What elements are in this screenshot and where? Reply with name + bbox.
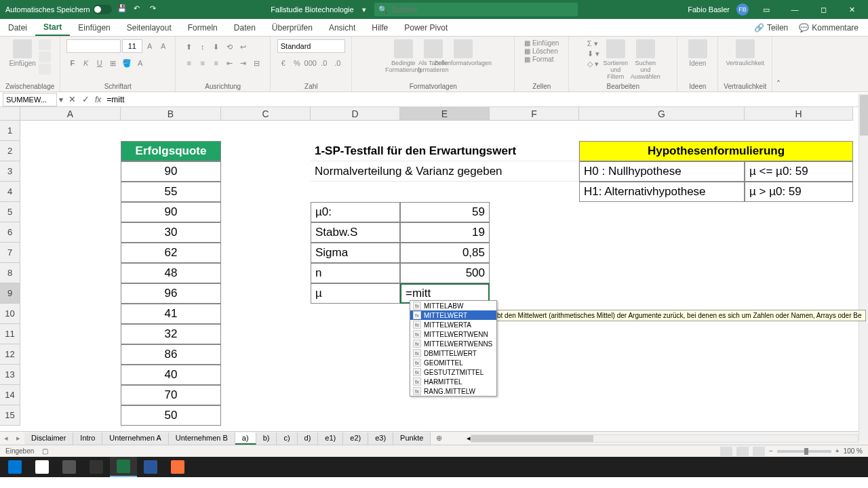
border-button[interactable]: ⊞: [107, 57, 119, 69]
font-name-input[interactable]: [66, 39, 121, 53]
tab-start[interactable]: Start: [35, 19, 70, 36]
col-header-E[interactable]: E: [400, 107, 490, 121]
zoom-slider[interactable]: [777, 450, 831, 453]
name-box[interactable]: SUMMEW...: [3, 93, 57, 106]
row-header-6[interactable]: 6: [0, 222, 20, 243]
cell-styles-button[interactable]: Zellenformatvorlagen: [450, 39, 477, 80]
sheet-tab[interactable]: b): [256, 432, 277, 445]
fill-button[interactable]: ⬇ ▾: [587, 49, 599, 58]
col-header-H[interactable]: H: [745, 107, 853, 121]
autocomplete-item[interactable]: fxMITTELWERT: [410, 310, 496, 320]
taskbar-taskview[interactable]: [83, 457, 110, 477]
cell-E5[interactable]: 59: [400, 202, 490, 222]
delete-cells-button[interactable]: ▦ Löschen: [524, 47, 558, 55]
orientation-icon[interactable]: ⟲: [224, 41, 236, 53]
indent-inc-icon[interactable]: ⇥: [237, 57, 250, 69]
ideas-button[interactable]: Ideen: [684, 39, 711, 80]
cell-B15[interactable]: 50: [121, 405, 221, 426]
tab-hilfe[interactable]: Hilfe: [363, 19, 396, 36]
autocomplete-item[interactable]: fxGESTUTZTMITTEL: [410, 367, 496, 377]
align-middle-icon[interactable]: ↕: [197, 41, 209, 53]
autocomplete-item[interactable]: fxRANG.MITTELW: [410, 386, 496, 396]
zoom-out-icon[interactable]: −: [769, 447, 773, 455]
row-header-9[interactable]: 9: [0, 283, 20, 304]
row-header-4[interactable]: 4: [0, 182, 20, 202]
search-input[interactable]: [392, 5, 574, 14]
cell-B12[interactable]: 86: [121, 344, 221, 365]
decrease-font-icon[interactable]: A: [157, 40, 170, 52]
cancel-formula-icon[interactable]: ✕: [65, 94, 79, 104]
page-break-view-icon[interactable]: [753, 447, 765, 456]
row-header-3[interactable]: 3: [0, 161, 20, 182]
comments-button[interactable]: 💬 Kommentare: [795, 22, 863, 34]
tab-seitenlayout[interactable]: Seitenlayout: [119, 19, 180, 36]
row-header-12[interactable]: 12: [0, 344, 20, 365]
tab-daten[interactable]: Daten: [226, 19, 264, 36]
cell-G2[interactable]: Hypothesenformulierung: [579, 141, 853, 161]
row-header-10[interactable]: 10: [0, 304, 20, 324]
fx-icon[interactable]: fx: [92, 95, 104, 104]
italic-button[interactable]: K: [80, 57, 92, 69]
scrollbar-thumb[interactable]: [471, 435, 593, 442]
cell-H3[interactable]: µ <= µ0: 59: [745, 161, 853, 182]
increase-font-icon[interactable]: A: [144, 40, 156, 52]
cell-D2[interactable]: 1-SP-Testfall für den Erwartungswert: [311, 141, 579, 161]
cell-D9[interactable]: µ: [311, 283, 400, 304]
autosum-button[interactable]: Σ ▾: [587, 39, 599, 48]
taskbar-firefox[interactable]: [164, 457, 191, 477]
tab-ansicht[interactable]: Ansicht: [321, 19, 363, 36]
autosave-toggle[interactable]: Automatisches Speichern: [5, 5, 112, 14]
taskbar-cortana[interactable]: [56, 457, 83, 477]
font-color-button[interactable]: A: [134, 57, 146, 69]
cell-B5[interactable]: 90: [121, 202, 221, 222]
save-icon[interactable]: 💾: [117, 4, 128, 15]
share-button[interactable]: 🔗 Teilen: [750, 22, 792, 34]
scrollbar-thumb[interactable]: [860, 95, 868, 136]
add-sheet-button[interactable]: ⊕: [431, 434, 448, 443]
cell-D7[interactable]: Sigma: [311, 243, 400, 263]
cell-B2[interactable]: Erfolgsquote: [121, 141, 221, 161]
tab-power pivot[interactable]: Power Pivot: [396, 19, 456, 36]
col-header-C[interactable]: C: [221, 107, 311, 121]
tab-datei[interactable]: Datei: [0, 19, 35, 36]
fill-color-button[interactable]: 🪣: [121, 57, 133, 69]
autocomplete-item[interactable]: fxDBMITTELWERT: [410, 348, 496, 358]
cell-D8[interactable]: n: [311, 263, 400, 283]
taskbar-excel[interactable]: [110, 457, 137, 477]
sheet-tab[interactable]: e1): [318, 432, 343, 445]
merge-icon[interactable]: ⊟: [251, 57, 263, 69]
autocomplete-item[interactable]: fxMITTELWERTWENNS: [410, 339, 496, 348]
copy-button[interactable]: [39, 52, 51, 62]
cell-H4[interactable]: µ > µ0: 59: [745, 182, 853, 202]
taskbar-word[interactable]: [137, 457, 164, 477]
accept-formula-icon[interactable]: ✓: [79, 94, 92, 104]
cell-E8[interactable]: 500: [400, 263, 490, 283]
close-icon[interactable]: ✕: [841, 0, 863, 19]
row-header-2[interactable]: 2: [0, 141, 20, 161]
horizontal-scrollbar[interactable]: ◂ ▸: [461, 434, 868, 443]
row-header-14[interactable]: 14: [0, 385, 20, 405]
formula-input[interactable]: =mitt: [104, 95, 853, 104]
decrease-decimal-icon[interactable]: .0: [332, 57, 344, 69]
currency-icon[interactable]: €: [277, 57, 290, 69]
sheet-nav-next-icon[interactable]: ▸: [12, 434, 24, 443]
redo-icon[interactable]: ↷: [150, 4, 161, 15]
col-header-G[interactable]: G: [579, 107, 745, 121]
row-header-8[interactable]: 8: [0, 263, 20, 283]
cell-G3[interactable]: H0 : Nullhypothese: [579, 161, 745, 182]
sheet-tab[interactable]: Intro: [73, 432, 102, 445]
cell-B6[interactable]: 30: [121, 222, 221, 243]
format-painter-button[interactable]: [39, 64, 51, 75]
maximize-icon[interactable]: ◻: [812, 0, 834, 19]
wrap-text-icon[interactable]: ↩: [237, 41, 250, 53]
col-header-F[interactable]: F: [490, 107, 579, 121]
row-header-5[interactable]: 5: [0, 202, 20, 222]
row-header-15[interactable]: 15: [0, 405, 20, 426]
tab-überprüfen[interactable]: Überprüfen: [264, 19, 321, 36]
cell-B11[interactable]: 32: [121, 324, 221, 344]
user-name[interactable]: Fabio Basler: [688, 5, 730, 14]
autocomplete-item[interactable]: fxMITTELWERTWENN: [410, 329, 496, 339]
zoom-level[interactable]: 100 %: [844, 447, 863, 455]
chevron-down-icon[interactable]: ▾: [362, 5, 366, 14]
sheet-tab[interactable]: Unternehmen B: [169, 432, 235, 445]
